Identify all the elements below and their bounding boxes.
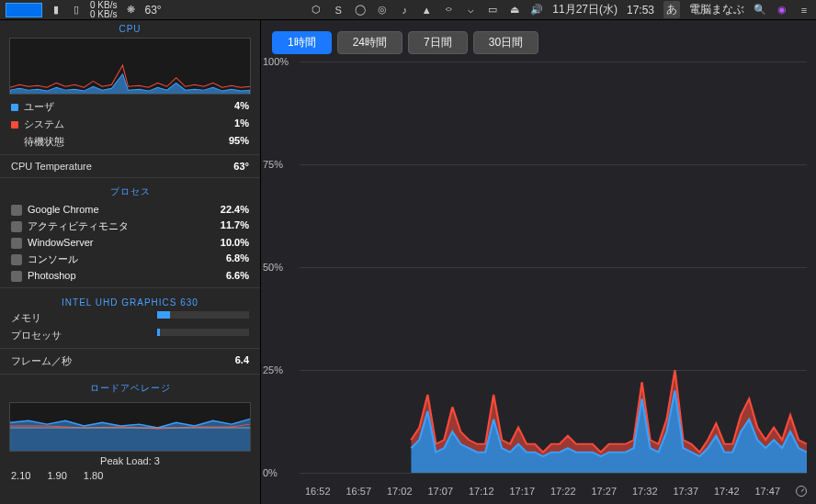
tab-24時間[interactable]: 24時間 bbox=[337, 31, 402, 54]
shazam-icon[interactable]: ♪ bbox=[398, 4, 411, 17]
cpu-system-row: システム1% bbox=[0, 116, 260, 133]
bluetooth-icon[interactable]: ⌔ bbox=[442, 4, 455, 17]
cpu-mini-chart[interactable] bbox=[9, 38, 251, 95]
net-speed: 0 KB/s0 KB/s bbox=[90, 1, 117, 19]
disk-icon[interactable]: ▯ bbox=[70, 4, 83, 17]
display-icon[interactable]: ▭ bbox=[486, 4, 499, 17]
x-label: 17:32 bbox=[632, 486, 658, 497]
y-label: 75% bbox=[263, 159, 283, 170]
eject-icon[interactable]: ⏏ bbox=[508, 4, 521, 17]
x-label: 17:22 bbox=[550, 486, 576, 497]
fps-row: フレーム／秒6.4 bbox=[0, 353, 260, 370]
y-label: 25% bbox=[263, 364, 283, 375]
app-icon bbox=[11, 221, 22, 232]
volume-icon[interactable]: 🔊 bbox=[530, 4, 543, 17]
gpu-processor-row: プロセッサ bbox=[0, 327, 260, 344]
load-average-chart[interactable] bbox=[9, 402, 251, 452]
menubar-time[interactable]: 17:53 bbox=[627, 4, 654, 17]
cpu-user-row: ユーザ4% bbox=[0, 98, 260, 116]
y-label: 100% bbox=[263, 56, 289, 67]
process-row[interactable]: コンソール6.8% bbox=[0, 251, 260, 268]
target-icon[interactable]: ◎ bbox=[376, 4, 389, 17]
cpu-meter-icon[interactable] bbox=[6, 3, 42, 17]
x-label: 17:37 bbox=[674, 486, 699, 497]
app-icon bbox=[11, 271, 22, 282]
x-label: 16:52 bbox=[305, 486, 331, 497]
siri-icon[interactable]: ◉ bbox=[776, 4, 788, 17]
wifi-icon[interactable]: ⌵ bbox=[464, 4, 477, 17]
y-label: 50% bbox=[263, 262, 283, 273]
keyboard-icon[interactable]: ▲ bbox=[420, 4, 433, 17]
menubar-date[interactable]: 11月27日(水) bbox=[552, 2, 618, 17]
cc-icon[interactable]: ◯ bbox=[354, 4, 367, 17]
gpu-section-title: INTEL UHD GRAPHICS 630 bbox=[0, 292, 260, 309]
app-icon bbox=[11, 254, 22, 265]
cpu-section-title: CPU bbox=[0, 20, 260, 38]
x-axis: 16:5216:5717:0217:0717:1217:1717:2217:27… bbox=[261, 482, 816, 504]
mem-icon[interactable]: ▮ bbox=[50, 4, 62, 17]
menubar-app[interactable]: 電脳まなぶ bbox=[689, 2, 744, 17]
load-legend: 2.10 1.90 1.80 bbox=[0, 466, 260, 485]
menubar-temp: 63° bbox=[144, 4, 161, 17]
process-row[interactable]: アクティビティモニタ11.7% bbox=[0, 218, 260, 235]
x-label: 16:57 bbox=[346, 486, 372, 497]
process-row[interactable]: WindowServer10.0% bbox=[0, 235, 260, 251]
sidebar: CPU ユーザ4% システム1% 待機状態95% CPU Temperature… bbox=[0, 20, 261, 504]
cpu-idle-row: 待機状態95% bbox=[0, 133, 260, 151]
x-label: 17:02 bbox=[387, 486, 413, 497]
ime-indicator[interactable]: あ bbox=[663, 1, 680, 18]
app-icon bbox=[11, 238, 22, 249]
y-label: 0% bbox=[263, 467, 278, 478]
process-row[interactable]: Photoshop6.6% bbox=[0, 268, 260, 284]
peak-load: Peak Load: 3 bbox=[0, 455, 260, 466]
tab-30日間[interactable]: 30日間 bbox=[473, 31, 538, 54]
time-range-tabs: 1時間24時間7日間30日間 bbox=[261, 20, 816, 62]
gpu-memory-row: メモリ bbox=[0, 309, 260, 327]
dropbox-icon[interactable]: ⬡ bbox=[310, 4, 323, 17]
x-label: 17:07 bbox=[428, 486, 454, 497]
process-row[interactable]: Google Chrome22.4% bbox=[0, 202, 260, 218]
x-label: 17:17 bbox=[510, 486, 536, 497]
spotlight-icon[interactable]: 🔍 bbox=[754, 4, 766, 17]
main-panel: 1時間24時間7日間30日間 100%75%50%25%0% 16:5216:5… bbox=[261, 20, 816, 504]
cpu-temp-row: CPU Temperature63° bbox=[0, 159, 260, 174]
x-label: 17:12 bbox=[469, 486, 494, 497]
fan-icon[interactable]: ❋ bbox=[124, 4, 137, 17]
cpu-history-chart[interactable]: 100%75%50%25%0% bbox=[300, 62, 807, 473]
x-label: 17:27 bbox=[592, 486, 618, 497]
menubar: ▮ ▯ 0 KB/s0 KB/s ❋ 63° ⬡ S ◯ ◎ ♪ ▲ ⌔ ⌵ ▭… bbox=[0, 0, 816, 20]
tab-1時間[interactable]: 1時間 bbox=[272, 31, 332, 54]
x-label: 17:47 bbox=[755, 486, 781, 497]
menu-icon[interactable]: ≡ bbox=[798, 4, 810, 17]
tab-7日間[interactable]: 7日間 bbox=[408, 31, 468, 54]
load-section-title: ロードアベレージ bbox=[0, 378, 260, 398]
clock-icon[interactable] bbox=[796, 486, 807, 497]
app-icon bbox=[11, 205, 22, 216]
process-section-title: プロセス bbox=[0, 182, 260, 202]
s-icon[interactable]: S bbox=[332, 4, 345, 17]
x-label: 17:42 bbox=[714, 486, 740, 497]
